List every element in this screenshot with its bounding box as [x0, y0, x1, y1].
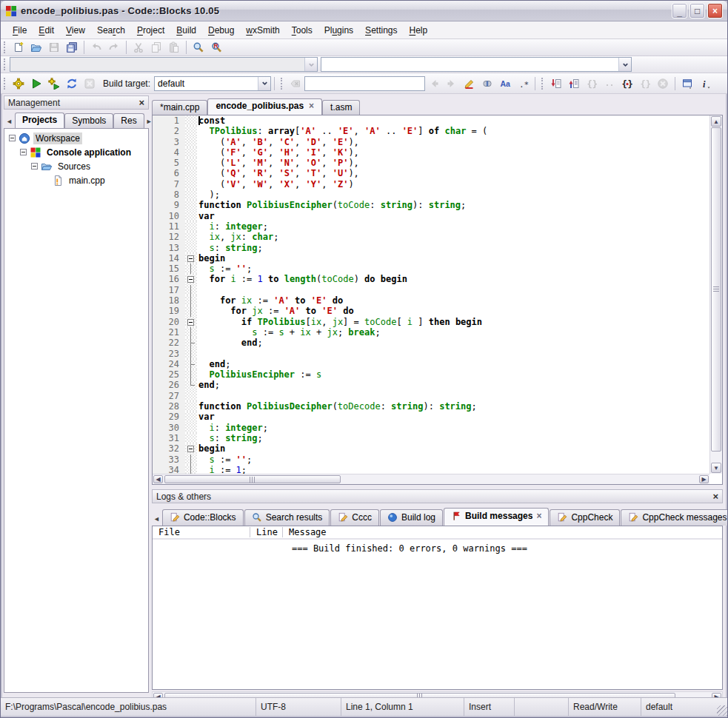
- find-icon[interactable]: [190, 40, 207, 56]
- fold-margin[interactable]: [185, 380, 197, 390]
- fold-margin[interactable]: [185, 274, 197, 284]
- menu-help[interactable]: Help: [403, 23, 433, 38]
- code-line[interactable]: 8 );: [153, 189, 709, 200]
- new-file-icon[interactable]: [10, 40, 27, 56]
- code-line[interactable]: 23: [153, 349, 709, 359]
- fold-margin[interactable]: [185, 443, 197, 454]
- logs-tab-cccc[interactable]: Cccc: [330, 509, 379, 526]
- info-window-icon[interactable]: i: [696, 76, 714, 91]
- search-options-icon[interactable]: [478, 76, 496, 91]
- regex-icon[interactable]: .*: [514, 76, 532, 91]
- highlight-icon[interactable]: [461, 76, 478, 91]
- clear-search-icon[interactable]: [287, 76, 304, 91]
- copy-icon[interactable]: [147, 40, 165, 56]
- toolbar-grip[interactable]: [4, 78, 6, 90]
- save-icon[interactable]: [45, 40, 63, 56]
- fold-margin[interactable]: [185, 158, 197, 168]
- fold-margin[interactable]: [185, 137, 197, 147]
- code-line[interactable]: 15 s := '';: [153, 264, 709, 274]
- function-scope-icon[interactable]: {}: [618, 76, 636, 91]
- code-line[interactable]: 34 i := 1;: [153, 465, 709, 474]
- column-header-line[interactable]: Line: [250, 527, 283, 537]
- code-line[interactable]: 11 i: integer;: [153, 221, 709, 232]
- column-header-file[interactable]: File: [153, 527, 250, 537]
- fold-collapse-icon[interactable]: [187, 276, 194, 283]
- scroll-left-icon[interactable]: ◀: [153, 475, 163, 483]
- menu-view[interactable]: View: [60, 23, 91, 38]
- code-line[interactable]: 4 ('F', 'G', 'H', 'I', 'K'),: [153, 147, 709, 158]
- menu-wxsmith[interactable]: wxSmith: [240, 23, 285, 38]
- fold-margin[interactable]: [185, 295, 197, 306]
- code-line[interactable]: 30 i: integer;: [153, 423, 709, 433]
- column-header-message[interactable]: Message: [283, 527, 722, 537]
- tree-expander-icon[interactable]: [20, 149, 27, 155]
- replace-icon[interactable]: R: [207, 40, 225, 56]
- fold-margin[interactable]: [185, 412, 197, 422]
- toolbar-grip[interactable]: [4, 41, 6, 53]
- code-line[interactable]: 24 end;: [153, 359, 709, 369]
- menu-tools[interactable]: Tools: [286, 23, 318, 38]
- editor-tab-encode-polibius-pas[interactable]: encode_polibius.pas×: [207, 98, 322, 115]
- fold-margin[interactable]: [185, 401, 197, 412]
- fold-margin[interactable]: [185, 423, 197, 433]
- code-editor[interactable]: 1const2 TPolibius: array['A' .. 'E', 'A'…: [152, 115, 723, 485]
- editor-tab-t-asm[interactable]: t.asm: [322, 100, 360, 115]
- rebuild-icon[interactable]: [63, 76, 81, 91]
- editor-horizontal-scrollbar[interactable]: ◀ ▶: [153, 474, 709, 484]
- code-line[interactable]: 29var: [153, 412, 709, 422]
- cut-icon[interactable]: [130, 40, 147, 56]
- logs-tab-cppcheck[interactable]: CppCheck: [550, 509, 620, 526]
- fold-margin[interactable]: [185, 349, 197, 359]
- goto-next-icon[interactable]: ..: [601, 76, 618, 91]
- tree-item-main-cpp[interactable]: main.cpp: [4, 173, 148, 187]
- fold-margin[interactable]: [185, 232, 197, 242]
- fold-margin[interactable]: [185, 327, 197, 338]
- editor-tab--main-cpp[interactable]: *main.cpp: [152, 100, 207, 115]
- scope-braces-icon[interactable]: {}: [583, 76, 601, 91]
- fold-margin[interactable]: [185, 306, 197, 316]
- code-line[interactable]: 9function PolibiusEncipher(toCode: strin…: [153, 200, 709, 210]
- code-line[interactable]: 20 if TPolibius[ix, jx] = toCode[ i ] th…: [153, 317, 709, 327]
- code-line[interactable]: 25 PolibiusEncipher := s: [153, 369, 709, 380]
- fold-margin[interactable]: [185, 115, 197, 126]
- close-button[interactable]: ×: [707, 3, 723, 19]
- maximize-button[interactable]: □: [689, 3, 705, 19]
- toolbar-grip[interactable]: [4, 58, 6, 70]
- fold-margin[interactable]: [185, 338, 197, 348]
- fold-margin[interactable]: [185, 264, 197, 274]
- code-line[interactable]: 10var: [153, 211, 709, 221]
- code-line[interactable]: 26end;: [153, 380, 709, 390]
- redo-icon[interactable]: [105, 40, 123, 56]
- tab-symbols[interactable]: Symbols: [64, 113, 113, 128]
- code-line[interactable]: 32begin: [153, 443, 709, 454]
- tab-scroll-left-icon[interactable]: ◄: [4, 118, 15, 128]
- code-line[interactable]: 18 for ix := 'A' to 'E' do: [153, 295, 709, 306]
- fold-margin[interactable]: [185, 454, 197, 465]
- fold-margin[interactable]: [185, 147, 197, 158]
- menu-search[interactable]: Search: [91, 23, 131, 38]
- logs-tab-cppcheck-messages[interactable]: CppCheck messages: [621, 509, 728, 526]
- run-icon[interactable]: [27, 76, 45, 91]
- code-line[interactable]: 31 s: string;: [153, 433, 709, 443]
- fold-margin[interactable]: [185, 200, 197, 210]
- menu-file[interactable]: File: [7, 23, 33, 38]
- chevron-down-icon[interactable]: [618, 58, 631, 71]
- toolbar-grip[interactable]: [541, 78, 544, 90]
- match-case-icon[interactable]: Aa: [496, 76, 514, 91]
- code-line[interactable]: 2 TPolibius: array['A' .. 'E', 'A' .. 'E…: [153, 126, 709, 136]
- paste-icon[interactable]: [165, 40, 183, 56]
- tree-expander-icon[interactable]: [31, 163, 38, 170]
- scroll-right-icon[interactable]: ▶: [699, 475, 709, 483]
- fold-margin[interactable]: [185, 253, 197, 264]
- incremental-search-input[interactable]: [304, 76, 425, 91]
- fold-margin[interactable]: [185, 189, 197, 200]
- undo-icon[interactable]: [87, 40, 105, 56]
- class-braces-icon[interactable]: {}: [636, 76, 654, 91]
- code-line[interactable]: 28function PolibiusDecipher(toDecode: st…: [153, 401, 709, 412]
- fold-collapse-icon[interactable]: [187, 446, 194, 452]
- goto-declaration-icon[interactable]: [547, 76, 565, 91]
- fold-margin[interactable]: [185, 168, 197, 178]
- menu-settings[interactable]: Settings: [359, 23, 403, 38]
- logs-close-icon[interactable]: ×: [712, 493, 718, 500]
- code-line[interactable]: 14begin: [153, 253, 709, 264]
